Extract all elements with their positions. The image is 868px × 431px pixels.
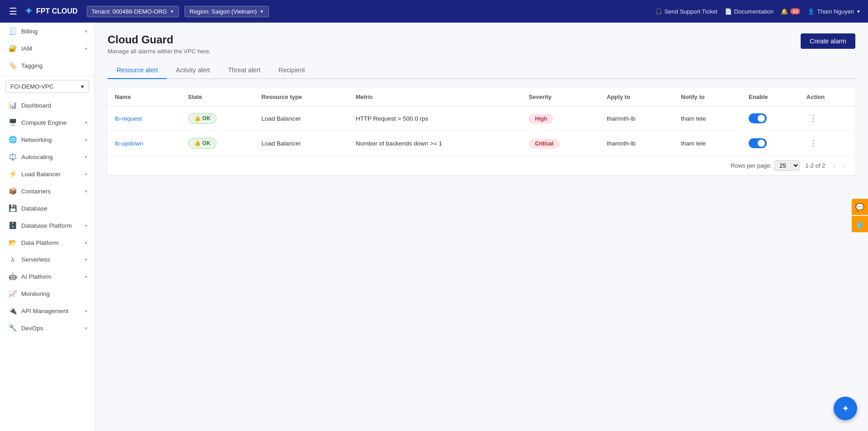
- support-label: Send Support Ticket: [665, 8, 717, 15]
- col-resource-type: Resource type: [254, 88, 348, 106]
- tab-recipient-label: Recipient: [278, 66, 305, 74]
- alarm-name-link-1[interactable]: lb-updown: [115, 140, 143, 147]
- support-ticket-button[interactable]: 🎧 Send Support Ticket: [655, 8, 717, 15]
- col-severity: Severity: [521, 88, 599, 106]
- fab-button[interactable]: ✦: [834, 397, 857, 420]
- brand-logo[interactable]: ✦ FPT CLOUD: [24, 5, 78, 17]
- region-selector[interactable]: Region: Saigon (Vietnam) ▼: [184, 6, 269, 17]
- col-action: Action: [799, 88, 855, 106]
- enable-toggle-1[interactable]: [749, 138, 767, 148]
- enable-toggle-0[interactable]: [749, 113, 767, 123]
- table-body: lb-request 👍 OK Load Balancer HTTP Reque…: [108, 106, 855, 156]
- sidebar: 🧾 Billing ▾ 🔐 IAM ▾ 🏷️ Tagging FCI-DEMO-…: [0, 23, 95, 431]
- alarm-name-link-0[interactable]: lb-request: [115, 115, 142, 122]
- col-metric: Metric: [349, 88, 522, 106]
- sidebar-item-api-management[interactable]: 🔌 API Management ▾: [0, 302, 94, 319]
- region-chevron-icon: ▼: [259, 9, 264, 14]
- sidebar-billing-label: Billing: [21, 28, 80, 35]
- severity-badge-1: Critical: [528, 139, 560, 149]
- logo-icon: ✦: [24, 5, 33, 17]
- tab-recipient[interactable]: Recipient: [269, 62, 314, 79]
- floating-water-button[interactable]: 💧: [852, 216, 868, 232]
- data-platform-icon: 📂: [9, 239, 17, 247]
- autoscaling-chevron-icon: ▾: [85, 155, 87, 159]
- sidebar-tagging-label: Tagging: [21, 62, 87, 69]
- containers-chevron-icon: ▾: [85, 189, 87, 194]
- navbar-right: 🎧 Send Support Ticket 📄 Documentation 🔔 …: [655, 8, 861, 15]
- compute-icon: 🖥️: [9, 118, 17, 126]
- tenant-selector[interactable]: Tenant: 000488-DEMO-ORG ▼: [87, 6, 179, 17]
- dashboard-icon: 📊: [9, 101, 17, 109]
- sidebar-database-label: Database: [21, 205, 87, 212]
- rows-per-page-select[interactable]: 25 50 100: [774, 160, 800, 171]
- networking-icon: 🌐: [9, 136, 17, 144]
- toggle-slider-0: [749, 113, 767, 123]
- sidebar-item-billing[interactable]: 🧾 Billing ▾: [0, 23, 94, 40]
- sidebar-item-database-platform[interactable]: 🗄️ Database Platform ▾: [0, 217, 94, 234]
- prev-page-button[interactable]: ‹: [830, 161, 838, 171]
- tab-resource-alert-label: Resource alert: [117, 66, 158, 74]
- table-header: Name State Resource type Metric Severity…: [108, 88, 855, 106]
- ai-chevron-icon: ▾: [85, 274, 87, 279]
- sidebar-item-load-balancer[interactable]: ⚡ Load Balancer ▾: [0, 165, 94, 183]
- loadbalancer-chevron-icon: ▾: [85, 172, 87, 177]
- col-apply-to: Apply to: [599, 88, 674, 106]
- db-platform-chevron-icon: ▾: [85, 223, 87, 228]
- serverless-chevron-icon: ▾: [85, 257, 87, 262]
- tab-activity-alert[interactable]: Activity alert: [167, 62, 219, 79]
- sidebar-item-monitoring[interactable]: 📈 Monitoring: [0, 285, 94, 302]
- floating-chat-button[interactable]: 💬: [852, 199, 868, 215]
- sidebar-divider-1: [0, 76, 94, 76]
- floating-panel: 💬 💧: [852, 199, 868, 232]
- serverless-icon: λ: [9, 256, 17, 263]
- pagination-range: 1-2 of 2: [805, 162, 825, 169]
- database-icon: 💾: [9, 204, 17, 212]
- sidebar-loadbalancer-label: Load Balancer: [21, 171, 80, 178]
- create-alarm-button[interactable]: Create alarm: [801, 33, 855, 49]
- sidebar-item-database[interactable]: 💾 Database: [0, 200, 94, 217]
- documentation-link[interactable]: 📄 Documentation: [725, 8, 774, 15]
- cell-name-1: lb-updown: [108, 131, 181, 156]
- sidebar-item-serverless[interactable]: λ Serverless ▾: [0, 251, 94, 268]
- sidebar-item-containers[interactable]: 📦 Containers ▾: [0, 183, 94, 200]
- page-header-left: Cloud Guard Manage all alarms within the…: [108, 33, 211, 55]
- vpc-label: FCI-DEMO-VPC: [10, 83, 53, 90]
- col-name: Name: [108, 88, 181, 106]
- tab-threat-alert[interactable]: Threat alert: [219, 62, 270, 79]
- sidebar-compute-label: Compute Engine: [21, 119, 80, 126]
- tab-activity-alert-label: Activity alert: [176, 66, 210, 74]
- sidebar-item-networking[interactable]: 🌐 Networking ▾: [0, 131, 94, 148]
- vpc-selector[interactable]: FCI-DEMO-VPC ▾: [5, 80, 89, 93]
- notifications-button[interactable]: 🔔 83: [781, 8, 800, 15]
- page-title: Cloud Guard: [108, 33, 211, 46]
- more-actions-button-0[interactable]: ⋮: [807, 112, 820, 124]
- sidebar-item-autoscaling[interactable]: ⚖️ Autoscaling ▾: [0, 148, 94, 165]
- monitoring-icon: 📈: [9, 290, 17, 298]
- toggle-slider-1: [749, 138, 767, 148]
- user-avatar-icon: 👤: [807, 8, 815, 15]
- api-chevron-icon: ▾: [85, 309, 87, 314]
- sidebar-item-data-platform[interactable]: 📂 Data Platform ▾: [0, 234, 94, 251]
- col-enable: Enable: [741, 88, 799, 106]
- sidebar-item-tagging[interactable]: 🏷️ Tagging: [0, 57, 94, 74]
- cell-notify-to-1: tham tele: [674, 131, 741, 156]
- sidebar-iam-label: IAM: [21, 45, 80, 52]
- sidebar-item-iam[interactable]: 🔐 IAM ▾: [0, 40, 94, 57]
- tenant-chevron-icon: ▼: [170, 9, 174, 14]
- database-platform-icon: 🗄️: [9, 221, 17, 230]
- next-page-button[interactable]: ›: [840, 161, 848, 171]
- sidebar-item-devops[interactable]: 🔧 DevOps ▾: [0, 319, 94, 337]
- cell-apply-to-1: thamnth-lb: [599, 131, 674, 156]
- menu-button[interactable]: ☰: [7, 4, 19, 19]
- sidebar-item-ai-platform[interactable]: 🤖 AI Platform ▾: [0, 268, 94, 285]
- more-actions-button-1[interactable]: ⋮: [807, 137, 820, 149]
- sidebar-api-label: API Management: [21, 308, 80, 314]
- rows-per-page-control: Rows per page: 25 50 100: [731, 160, 800, 171]
- user-menu[interactable]: 👤 Tham Nguyen ▼: [807, 8, 861, 15]
- iam-chevron-icon: ▾: [85, 46, 87, 51]
- tab-resource-alert[interactable]: Resource alert: [108, 62, 167, 79]
- table-row: lb-updown 👍 OK Load Balancer Number of b…: [108, 131, 855, 156]
- sidebar-item-dashboard[interactable]: 📊 Dashboard: [0, 97, 94, 114]
- sidebar-item-compute-engine[interactable]: 🖥️ Compute Engine ▾: [0, 114, 94, 131]
- chat-icon: 💬: [855, 203, 864, 211]
